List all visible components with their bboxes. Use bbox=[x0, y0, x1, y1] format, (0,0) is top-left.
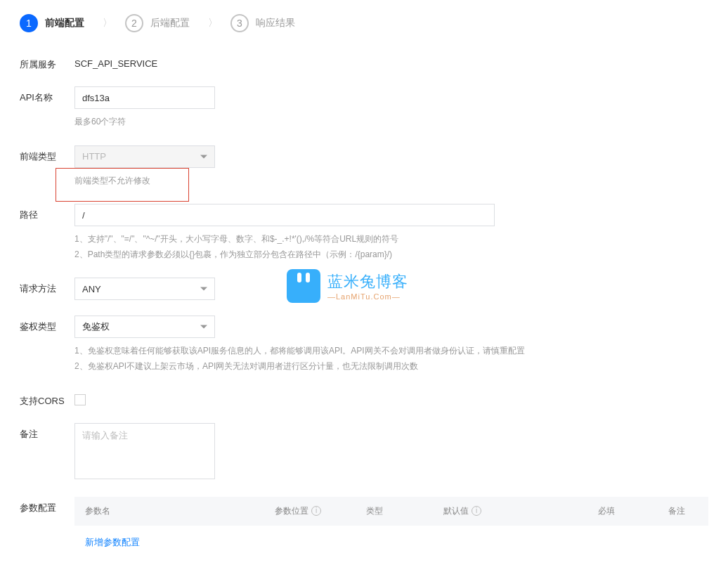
label-params: 参数配置 bbox=[20, 497, 74, 514]
frontend-type-select: HTTP bbox=[74, 145, 215, 168]
remark-textarea[interactable] bbox=[74, 423, 215, 479]
step-num-2: 2 bbox=[125, 14, 143, 32]
label-api-name: API名称 bbox=[20, 86, 74, 104]
col-type: 类型 bbox=[366, 505, 443, 517]
col-remark: 备注 bbox=[668, 505, 698, 517]
auth-value: 免鉴权 bbox=[82, 320, 110, 333]
hint-path-1: 1、支持"/"、"=/"、"^~/"开头，大小写字母、数字、和$-_.+!*'(… bbox=[74, 232, 708, 247]
add-param-link[interactable]: 新增参数配置 bbox=[85, 537, 140, 547]
label-service: 所属服务 bbox=[20, 53, 74, 71]
hint-api-name: 最多60个字符 bbox=[74, 115, 708, 130]
info-icon[interactable]: i bbox=[472, 506, 481, 516]
col-required: 必填 bbox=[598, 505, 668, 517]
chevron-down-icon bbox=[200, 287, 207, 291]
step-label-2: 后端配置 bbox=[150, 17, 190, 30]
cors-checkbox[interactable] bbox=[74, 394, 86, 405]
label-cors: 支持CORS bbox=[20, 390, 74, 408]
params-table: 参数名 参数位置 i 类型 默认值 i 必填 备注 新增参数配置 bbox=[74, 497, 708, 559]
chevron-right-icon: 〉 bbox=[208, 17, 218, 30]
info-icon[interactable]: i bbox=[311, 506, 321, 516]
step-backend-config[interactable]: 2 后端配置 bbox=[125, 14, 190, 32]
label-auth: 鉴权类型 bbox=[20, 316, 74, 333]
col-position: 参数位置 i bbox=[275, 505, 366, 517]
hint-path-2: 2、Path类型的请求参数必须以{}包裹，作为独立部分包含在路径中（示例：/{p… bbox=[74, 247, 708, 263]
chevron-down-icon bbox=[200, 325, 207, 329]
col-name: 参数名 bbox=[85, 505, 275, 517]
hint-frontend-type: 前端类型不允许修改 bbox=[74, 174, 708, 189]
table-header: 参数名 参数位置 i 类型 默认值 i 必填 备注 bbox=[74, 497, 708, 526]
step-num-3: 3 bbox=[230, 14, 249, 32]
step-response-result[interactable]: 3 响应结果 bbox=[230, 14, 295, 32]
path-input[interactable] bbox=[74, 204, 495, 226]
label-method: 请求方法 bbox=[20, 278, 74, 295]
label-frontend-type: 前端类型 bbox=[20, 145, 74, 163]
step-label-3: 响应结果 bbox=[256, 17, 295, 30]
step-num-1: 1 bbox=[20, 14, 38, 32]
col-default: 默认值 i bbox=[443, 505, 598, 517]
chevron-down-icon bbox=[200, 155, 207, 158]
steps-nav: 1 前端配置 〉 2 后端配置 〉 3 响应结果 bbox=[20, 14, 708, 32]
label-remark: 备注 bbox=[20, 423, 74, 441]
hint-auth-1: 1、免鉴权意味着任何能够获取该API服务信息的人，都将能够调用该API。API网… bbox=[74, 344, 708, 359]
label-path: 路径 bbox=[20, 204, 74, 221]
step-label-1: 前端配置 bbox=[45, 17, 84, 30]
value-service: SCF_API_SERVICE bbox=[74, 53, 708, 69]
auth-select[interactable]: 免鉴权 bbox=[74, 316, 215, 338]
api-name-input[interactable] bbox=[74, 86, 215, 109]
method-select[interactable]: ANY bbox=[74, 278, 215, 300]
chevron-right-icon: 〉 bbox=[103, 17, 112, 30]
step-frontend-config[interactable]: 1 前端配置 bbox=[20, 14, 84, 32]
hint-auth-2: 2、免鉴权API不建议上架云市场，API网关无法对调用者进行区分计量，也无法限制… bbox=[74, 359, 708, 375]
frontend-type-value: HTTP bbox=[82, 151, 106, 162]
method-value: ANY bbox=[82, 284, 101, 294]
